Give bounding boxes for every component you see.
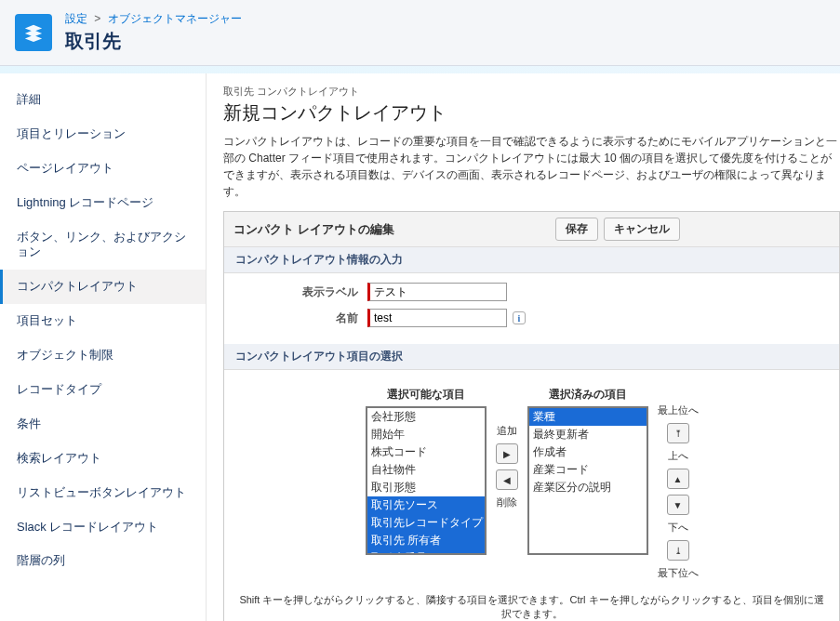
label-input[interactable] — [367, 283, 507, 301]
object-title: 取引先 — [65, 29, 242, 54]
available-option[interactable]: 株式コード — [367, 443, 485, 461]
sidebar-item-listview-buttons[interactable]: リストビューボタンレイアウト — [0, 476, 206, 510]
page-description: コンパクトレイアウトは、レコードの重要な項目を一目で確認できるように表示するため… — [223, 133, 840, 200]
selected-option[interactable]: 最終更新者 — [529, 426, 647, 443]
hint-text: Shift キーを押しながらクリックすると、隣接する項目を選択できます。Ctrl… — [237, 593, 826, 621]
cancel-button-top[interactable]: キャンセル — [604, 218, 680, 241]
dueling-picklist: 選択可能な項目 会社形態開始年株式コード自社物件取引形態取引先ソース取引先レコー… — [237, 379, 826, 588]
available-option[interactable]: 会社形態 — [367, 408, 485, 426]
down-label: 下へ — [668, 521, 688, 535]
save-button-top[interactable]: 保存 — [555, 218, 598, 241]
sidebar-item-detail[interactable]: 詳細 — [0, 83, 206, 117]
up-label: 上へ — [668, 449, 688, 463]
sidebar-item-conditions[interactable]: 条件 — [0, 407, 206, 442]
available-option[interactable]: 取引形態 — [367, 479, 485, 496]
name-input[interactable] — [367, 309, 507, 327]
sidebar: 詳細 項目とリレーション ページレイアウト Lightning レコードページ … — [0, 73, 207, 621]
available-title: 選択可能な項目 — [387, 387, 465, 403]
breadcrumb-setup[interactable]: 設定 — [65, 12, 87, 25]
label-field-label: 表示ラベル — [237, 284, 367, 300]
object-icon — [15, 14, 52, 51]
selected-option[interactable]: 産業区分の説明 — [529, 479, 647, 496]
edit-panel: コンパクト レイアウトの編集 保存 キャンセル コンパクトレイアウト情報の入力 … — [223, 211, 840, 621]
available-option[interactable]: 自社物件 — [367, 461, 485, 479]
available-option[interactable]: 取引先番号 — [367, 549, 485, 555]
available-option[interactable]: 開始年 — [367, 426, 485, 443]
add-label: 追加 — [497, 424, 517, 438]
breadcrumb: 設定 > オブジェクトマネージャー — [65, 11, 242, 27]
selected-option[interactable]: 業種 — [529, 408, 647, 426]
move-top-button[interactable]: ⤒ — [667, 423, 689, 443]
selected-option[interactable]: 作成者 — [529, 443, 647, 461]
sidebar-item-page-layouts[interactable]: ページレイアウト — [0, 152, 206, 186]
page-title: 新規コンパクトレイアウト — [223, 100, 840, 126]
selected-title: 選択済みの項目 — [549, 387, 627, 403]
section-fields-header: コンパクトレイアウト項目の選択 — [224, 344, 839, 370]
section-info-header: コンパクトレイアウト情報の入力 — [224, 247, 839, 273]
breadcrumb-object-manager[interactable]: オブジェクトマネージャー — [108, 12, 242, 25]
move-up-button[interactable]: ▲ — [667, 469, 689, 489]
sidebar-item-object-limits[interactable]: オブジェクト制限 — [0, 338, 206, 373]
bottom-label: 最下位へ — [658, 566, 699, 580]
available-list[interactable]: 会社形態開始年株式コード自社物件取引形態取引先ソース取引先レコードタイプ取引先 … — [366, 406, 487, 555]
panel-title: コンパクト レイアウトの編集 — [233, 221, 394, 238]
sidebar-item-lightning-pages[interactable]: Lightning レコードページ — [0, 186, 206, 220]
add-button[interactable]: ▶ — [496, 443, 518, 464]
sidebar-item-compact-layouts[interactable]: コンパクトレイアウト — [0, 270, 206, 304]
sidebar-item-slack-layout[interactable]: Slack レコードレイアウト — [0, 510, 206, 545]
remove-button[interactable]: ◀ — [496, 469, 518, 490]
move-down-button[interactable]: ▼ — [667, 495, 689, 515]
sidebar-item-buttons-links[interactable]: ボタン、リンク、およびアクション — [0, 220, 206, 271]
available-option[interactable]: 取引先ソース — [367, 496, 485, 514]
sidebar-item-field-sets[interactable]: 項目セット — [0, 304, 206, 338]
sidebar-item-fields[interactable]: 項目とリレーション — [0, 117, 206, 152]
name-field-label: 名前 — [237, 310, 367, 326]
page-header: 設定 > オブジェクトマネージャー 取引先 — [0, 0, 840, 66]
info-icon[interactable]: i — [513, 311, 526, 324]
sidebar-item-search-layouts[interactable]: 検索レイアウト — [0, 442, 206, 476]
sidebar-item-hierarchy[interactable]: 階層の列 — [0, 544, 206, 578]
remove-label: 削除 — [497, 495, 517, 509]
top-label: 最上位へ — [658, 403, 699, 417]
decorative-ribbon — [0, 66, 840, 73]
sidebar-item-record-types[interactable]: レコードタイプ — [0, 373, 206, 407]
selected-list[interactable]: 業種最終更新者作成者産業コード産業区分の説明 — [527, 406, 648, 555]
available-option[interactable]: 取引先レコードタイプ — [367, 514, 485, 532]
move-bottom-button[interactable]: ⤓ — [667, 540, 689, 561]
selected-option[interactable]: 産業コード — [529, 461, 647, 479]
page-context: 取引先 コンパクトレイアウト — [223, 85, 840, 99]
main-content: 取引先 コンパクトレイアウト 新規コンパクトレイアウト コンパクトレイアウトは、… — [207, 73, 840, 621]
available-option[interactable]: 取引先 所有者 — [367, 532, 485, 549]
